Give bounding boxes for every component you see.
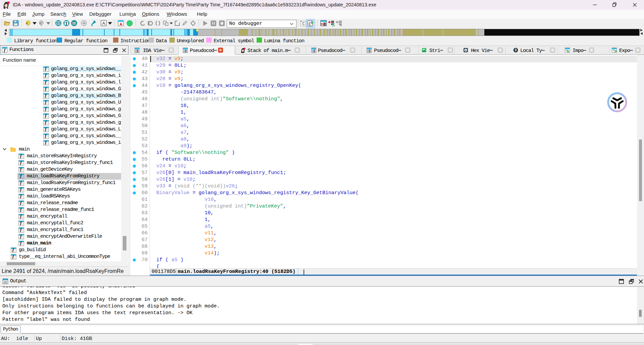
svg-text:0: 0 xyxy=(515,48,517,52)
svg-text:A: A xyxy=(102,21,105,26)
svg-text:C: C xyxy=(309,22,311,27)
svg-text:T: T xyxy=(65,21,68,26)
svg-text:C: C xyxy=(302,22,305,26)
svg-text:999: 999 xyxy=(72,22,76,25)
